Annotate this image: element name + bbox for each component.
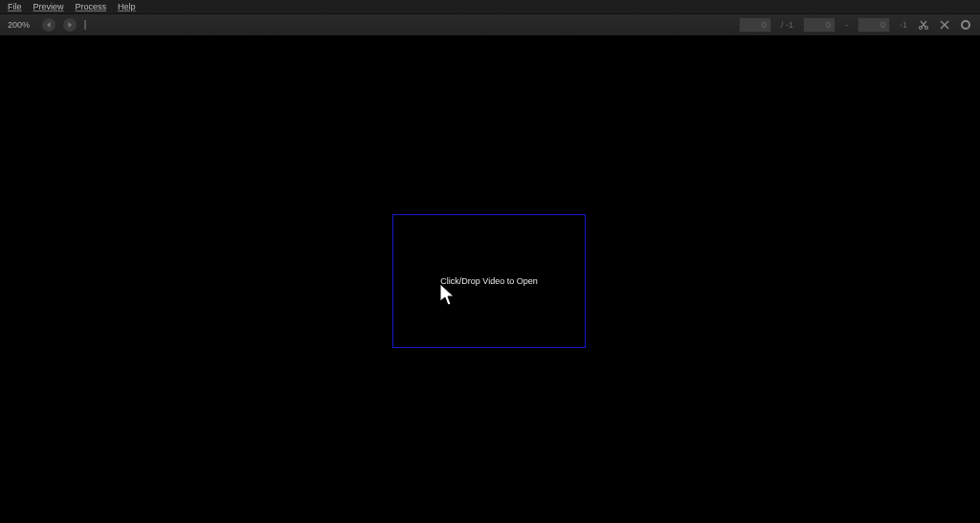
menu-process[interactable]: Process <box>76 2 107 11</box>
frame-input-b[interactable]: 0 <box>803 17 835 33</box>
step-back-button[interactable] <box>42 18 56 32</box>
toolbar-divider <box>84 20 86 30</box>
range-dash: - <box>845 20 848 30</box>
step-forward-button[interactable] <box>63 18 77 32</box>
menu-file[interactable]: File <box>8 2 22 11</box>
video-drop-zone[interactable]: Click/Drop Video to Open <box>392 214 586 348</box>
menu-bar: File Preview Process Help <box>0 0 980 13</box>
toolbar: 200% 0 / -1 0 - 0 -1 <box>0 13 980 36</box>
drop-zone-label: Click/Drop Video to Open <box>440 276 537 286</box>
frame-input-c[interactable]: 0 <box>858 17 890 33</box>
frame-input-a[interactable]: 0 <box>739 17 771 33</box>
menu-help[interactable]: Help <box>118 2 136 11</box>
cut-icon[interactable] <box>917 18 930 32</box>
zoom-level[interactable]: 200% <box>8 20 34 30</box>
menu-preview[interactable]: Preview <box>33 2 64 11</box>
close-icon[interactable] <box>938 18 951 32</box>
range-end-label: -1 <box>900 20 907 30</box>
record-icon[interactable] <box>959 18 972 32</box>
frame-total-label: / -1 <box>781 20 793 30</box>
video-canvas: Click/Drop Video to Open <box>0 36 980 523</box>
